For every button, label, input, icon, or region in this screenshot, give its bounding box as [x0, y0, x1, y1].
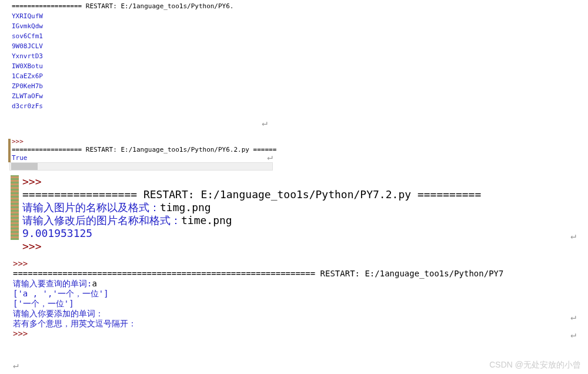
input-prompt-label: 请输入要查询的单词: [13, 279, 92, 288]
output-line: True [12, 154, 588, 162]
enter-icon: ↵ [570, 229, 576, 242]
enter-icon: ↵ [570, 312, 576, 322]
side-marker [11, 175, 19, 240]
prompt: >>> [22, 240, 42, 252]
output-line: 9W08JCLV [12, 41, 588, 51]
output-list: ['一个，一位'] [13, 299, 588, 309]
watermark: CSDN @无处安放的小曾 [489, 360, 581, 370]
output-line: ZLWTaOFw [12, 91, 588, 101]
input-prompt-label: 请输入图片的名称以及格式： [22, 201, 160, 213]
output-line: YXRIQufW [12, 11, 588, 21]
input-prompt-label: 若有多个意思，用英文逗号隔开： [13, 319, 588, 329]
output-number: 9.001953125 [22, 227, 588, 240]
restart-line: ================== RESTART: E:/1anguage_… [22, 188, 588, 201]
prompt: >>> [12, 138, 588, 146]
enter-icon: ↵ [13, 359, 19, 370]
input-prompt-label: 请输入修改后的图片名称和格式： [22, 214, 181, 226]
console-block-2: >>> ================== RESTART: E:/1angu… [0, 135, 588, 171]
prompt: >>> [13, 329, 28, 338]
enter-icon: ↵ [267, 153, 273, 161]
input-value: time.png [181, 214, 232, 226]
output-line: sov6Cfm1 [12, 31, 588, 41]
restart-line: ================== RESTART: E:/1anguage_… [12, 146, 588, 154]
enter-icon: ↵ [570, 329, 576, 339]
output-line: ZP0KeH7b [12, 81, 588, 91]
restart-line: ========================================… [13, 269, 588, 279]
output-line: 1CaEZx6P [12, 71, 588, 81]
input-value: a [92, 279, 96, 288]
enter-icon: ↵ [262, 118, 268, 128]
scrollbar-thumb[interactable] [11, 163, 38, 170]
output-line: IW0XBotu [12, 61, 588, 71]
prompt: >>> [22, 175, 42, 188]
output-line: d3cr0zFs [12, 101, 588, 111]
input-prompt-label: 请输入你要添加的单词： [13, 309, 588, 319]
output-line: IGvmkQdw [12, 21, 588, 31]
console-block-1: ================== RESTART: E:/1anguage_… [0, 0, 588, 135]
output-list: ['a , ','一个，一位'] [13, 289, 588, 299]
prompt: >>> [13, 259, 28, 268]
console-block-4: >>> ====================================… [0, 253, 588, 335]
output-line: YxnvrtD3 [12, 51, 588, 61]
horizontal-scrollbar[interactable] [9, 162, 273, 171]
side-marker [8, 139, 11, 162]
restart-line: ================== RESTART: E:/1anguage_… [12, 1, 588, 11]
input-value: timg.png [160, 201, 211, 213]
console-block-3: >>> ================== RESTART: E:/1angu… [0, 171, 588, 253]
